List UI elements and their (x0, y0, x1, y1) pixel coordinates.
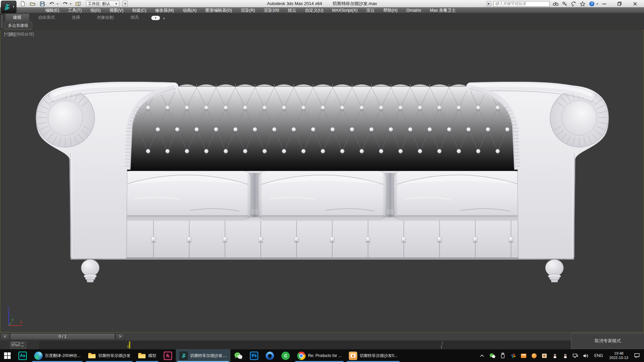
restore-button[interactable] (612, 0, 627, 7)
undo-button[interactable] (49, 1, 55, 7)
tray-qq-icon[interactable] (562, 353, 569, 359)
menu-item-7[interactable]: 图形编辑器(D) (201, 7, 236, 13)
taskbar-item-wechat[interactable] (230, 349, 246, 362)
taskbar-item-wan-app[interactable]: 丸 (160, 349, 176, 362)
ribbon-tab-row: 建模自由形式选择对象绘制填充▼▼ (0, 13, 644, 21)
ribbon-grip-handle[interactable] (1, 15, 3, 28)
taskbar-item-3dsmax[interactable]: 切斯特菲尔德沙发.... (176, 349, 230, 362)
taskbar-label-3dsmax: 切斯特菲尔德沙发.... (190, 353, 227, 359)
open-file-button[interactable] (29, 1, 36, 7)
close-button[interactable] (627, 0, 643, 7)
language-indicator[interactable]: ENG (593, 353, 604, 358)
project-folder-button[interactable] (75, 1, 82, 7)
viewport-pov-menu[interactable]: [前] (9, 32, 15, 37)
redo-caret-icon[interactable]: ▼ (69, 3, 72, 5)
cancel-expert-mode-button[interactable]: 取消专家模式 (571, 333, 644, 349)
ribbon-minimize-caret-icon[interactable]: ▼ (163, 17, 165, 20)
menu-item-10[interactable]: 炫云 (283, 7, 301, 13)
svg-text:?: ? (591, 2, 593, 6)
next-frame-button[interactable]: > (116, 333, 124, 340)
mini-curve-editor-button[interactable] (10, 342, 26, 349)
tray-photo-icon[interactable] (541, 353, 548, 359)
taskbar-item-audition[interactable]: Au (15, 349, 31, 362)
taskbar-item-image-viewer[interactable]: 切斯特菲尔德沙发0... (345, 349, 401, 362)
menu-item-9[interactable]: 渲染100 (259, 7, 283, 13)
tray-volume-icon[interactable] (583, 353, 589, 359)
communication-center-icon[interactable] (570, 1, 577, 7)
subscription-key-icon[interactable] (561, 1, 568, 7)
tray-usb-icon[interactable] (500, 353, 506, 359)
ribbon-show-panels-button[interactable]: ▼ (151, 16, 160, 20)
menu-item-2[interactable]: 组(G) (86, 7, 105, 13)
menu-item-1[interactable]: 工具(T) (64, 7, 86, 13)
menu-item-0[interactable]: 编辑(E) (41, 7, 64, 13)
ribbon-panel-row: 多边形建模 (0, 21, 644, 29)
viewport-shading-menu[interactable]: [明暗处理] (15, 32, 34, 37)
search-binoculars-icon[interactable] (552, 1, 559, 7)
ribbon-panel-tab-polygon-modeling[interactable]: 多边形建模 (4, 22, 32, 29)
viewport-general-menu[interactable]: [+] (4, 32, 9, 37)
time-slider-handle[interactable]: 0 / 1 (10, 333, 115, 340)
app-menu-caret-icon: ▼ (12, 5, 15, 8)
favorites-star-icon[interactable] (579, 1, 586, 7)
ribbon-tab-2[interactable]: 选择 (64, 14, 88, 21)
menu-item-16[interactable]: Max 杀毒卫士 (426, 7, 460, 13)
infocenter-toggle-button[interactable]: ▶ (487, 1, 491, 6)
redo-button[interactable] (62, 1, 68, 7)
ribbon-tab-0[interactable]: 建模 (5, 14, 29, 21)
save-file-button[interactable] (39, 1, 46, 7)
tray-security-icon[interactable] (531, 353, 537, 359)
menu-item-11[interactable]: 自定义(U) (301, 7, 328, 13)
previous-frame-button[interactable]: < (1, 333, 9, 340)
taskbar-item-chrome-mail[interactable]: Re: Products for ... (293, 349, 345, 362)
sofa-3d-model (31, 82, 614, 283)
tray-pinwheel-icon[interactable] (510, 353, 517, 359)
clock-date: 2022-10-13 (609, 356, 628, 360)
taskbar-item-camtasia[interactable]: C (278, 349, 293, 362)
taskbar-label-image-viewer: 切斯特菲尔德沙发0... (360, 353, 397, 359)
taskbar-item-folder-model[interactable]: 模型 (134, 349, 160, 362)
tray-chevron-up-icon[interactable] (479, 353, 485, 359)
menu-item-14[interactable]: 帮助(H) (379, 7, 402, 13)
toolbar-overflow-button[interactable]: ▼ (122, 1, 128, 7)
notification-center-icon[interactable] (634, 353, 640, 359)
taskbar-label-folder-sofa: 切斯特菲尔德沙发 (98, 353, 130, 359)
ribbon-tab-4[interactable]: 填充 (123, 14, 147, 21)
infocenter: ▶ ? ▼ (487, 1, 598, 7)
taskbar-clock[interactable]: 19:48 2022-10-13 (608, 351, 630, 360)
menu-item-6[interactable]: 动画(A) (178, 7, 201, 13)
tray-wechat-icon[interactable] (489, 353, 496, 359)
viewport[interactable]: [+] [前] [明暗处理] (0, 29, 644, 333)
taskbar-label-edge-baidu-translate: 百度翻译-200种语... (45, 353, 80, 359)
workspace-dropdown[interactable]: 工作区: 默认 ▼ (86, 1, 120, 7)
track-bar-ruler[interactable] (40, 341, 570, 349)
infocenter-search-input[interactable] (493, 1, 550, 7)
svg-text:Z: Z (7, 307, 10, 311)
tray-orange-window-icon[interactable] (521, 353, 527, 359)
minimize-button[interactable] (596, 0, 612, 7)
menu-item-8[interactable]: 渲染(R) (236, 7, 259, 13)
menu-item-12[interactable]: MAXScript(X) (328, 7, 362, 13)
help-icon[interactable]: ? (588, 1, 595, 7)
ribbon-tab-3[interactable]: 对象绘制 (89, 14, 121, 21)
tray-network-icon[interactable] (573, 353, 579, 359)
3dsmax-logo-icon (3, 3, 11, 11)
app-menu-button[interactable]: ▼ (1, 1, 16, 13)
new-scene-button[interactable] (19, 1, 26, 7)
taskbar-item-photoshop[interactable]: Ps (246, 349, 262, 362)
taskbar-label-folder-model: 模型 (148, 353, 156, 359)
menu-item-13[interactable]: 渲云 (362, 7, 379, 13)
taskbar-item-edge-baidu-translate[interactable]: 百度翻译-200种语... (31, 349, 84, 362)
tray-qq-icon[interactable] (552, 353, 558, 359)
undo-caret-icon[interactable]: ▼ (56, 3, 59, 5)
taskbar-item-blue-ring-app[interactable] (262, 349, 278, 362)
system-tray: ENG 19:48 2022-10-13 (475, 349, 644, 362)
taskbar-item-start[interactable] (0, 349, 15, 362)
menu-item-3[interactable]: 视图(V) (105, 7, 128, 13)
menu-item-5[interactable]: 修改器(M) (151, 7, 178, 13)
viewport-axis-gizmo: Z X Y (4, 307, 26, 329)
taskbar-item-folder-sofa[interactable]: 切斯特菲尔德沙发 (84, 349, 134, 362)
ribbon-tab-1[interactable]: 自由形式 (31, 14, 63, 21)
menu-item-4[interactable]: 创建(C) (128, 7, 151, 13)
menu-item-15[interactable]: Ornatrix (402, 7, 425, 13)
